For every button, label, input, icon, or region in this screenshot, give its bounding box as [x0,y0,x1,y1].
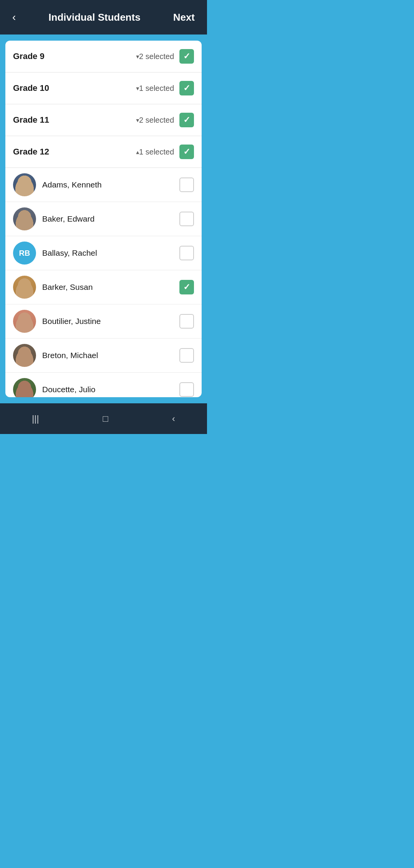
student-row-doucette-julio[interactable]: Doucette, Julio [5,373,202,397]
grade-9-checkbox[interactable] [179,49,194,64]
checkbox-ballasy[interactable] [179,246,194,260]
checkbox-breton[interactable] [179,348,194,363]
student-name-baker: Baker, Edward [42,214,179,224]
avatar-doucette [13,378,36,397]
menu-icon[interactable]: ||| [20,409,51,429]
student-name-doucette: Doucette, Julio [42,385,179,394]
grade-11-chevron-icon: ▾ [136,117,139,124]
checkbox-barker[interactable] [179,280,194,294]
grade-12-chevron-icon: ▴ [136,148,139,156]
back-nav-icon[interactable]: ‹ [161,409,187,429]
student-name-boutilier: Boutilier, Justine [42,317,179,326]
avatar-ballasy: RB [13,242,36,265]
student-row-baker-edward[interactable]: Baker, Edward [5,202,202,236]
avatar-barker [13,276,36,299]
grade-9-row[interactable]: Grade 9 ▾ 2 selected [5,41,202,72]
student-name-ballasy: Ballasy, Rachel [42,248,179,258]
avatar-adams [13,173,36,196]
grade-9-selected-count: 2 selected [139,52,174,61]
avatar-breton [13,344,36,367]
back-button[interactable]: ‹ [9,8,19,26]
grade-12-checkbox[interactable] [179,145,194,159]
student-row-adams-kenneth[interactable]: Adams, Kenneth [5,168,202,202]
grade-10-chevron-icon: ▾ [136,85,139,92]
page-title: Individual Students [19,12,170,23]
grade-11-row[interactable]: Grade 11 ▾ 2 selected [5,104,202,136]
grade-9-chevron-icon: ▾ [136,53,139,60]
checkbox-adams[interactable] [179,178,194,192]
student-name-breton: Breton, Michael [42,351,179,360]
checkbox-doucette[interactable] [179,382,194,397]
checkbox-boutilier[interactable] [179,314,194,329]
grade-10-label: Grade 10 [13,83,133,93]
content-area: Grade 9 ▾ 2 selected Grade 10 ▾ 1 select… [0,35,207,403]
checkbox-baker[interactable] [179,212,194,226]
app-header: ‹ Individual Students Next [0,0,207,35]
student-name-barker: Barker, Susan [42,283,179,292]
grade-9-label: Grade 9 [13,51,133,61]
grade-12-label: Grade 12 [13,147,133,157]
student-row-barker-susan[interactable]: Barker, Susan [5,270,202,304]
student-row-breton-michael[interactable]: Breton, Michael [5,339,202,373]
grade-11-label: Grade 11 [13,115,133,125]
student-list-card: Grade 9 ▾ 2 selected Grade 10 ▾ 1 select… [5,41,202,397]
avatar-baker [13,207,36,230]
student-row-ballasy-rachel[interactable]: RB Ballasy, Rachel [5,236,202,270]
grade-12-row[interactable]: Grade 12 ▴ 1 selected [5,136,202,168]
home-icon[interactable]: □ [91,409,120,429]
grade-11-selected-count: 2 selected [139,116,174,125]
bottom-nav-bar: ||| □ ‹ [0,403,207,434]
student-name-adams: Adams, Kenneth [42,180,179,189]
next-button[interactable]: Next [170,8,198,26]
grade-11-checkbox[interactable] [179,113,194,127]
grade-12-selected-count: 1 selected [139,148,174,156]
avatar-boutilier [13,310,36,333]
grade-10-selected-count: 1 selected [139,84,174,93]
grade-10-row[interactable]: Grade 10 ▾ 1 selected [5,72,202,104]
student-row-boutilier-justine[interactable]: Boutilier, Justine [5,304,202,339]
grade-10-checkbox[interactable] [179,81,194,95]
